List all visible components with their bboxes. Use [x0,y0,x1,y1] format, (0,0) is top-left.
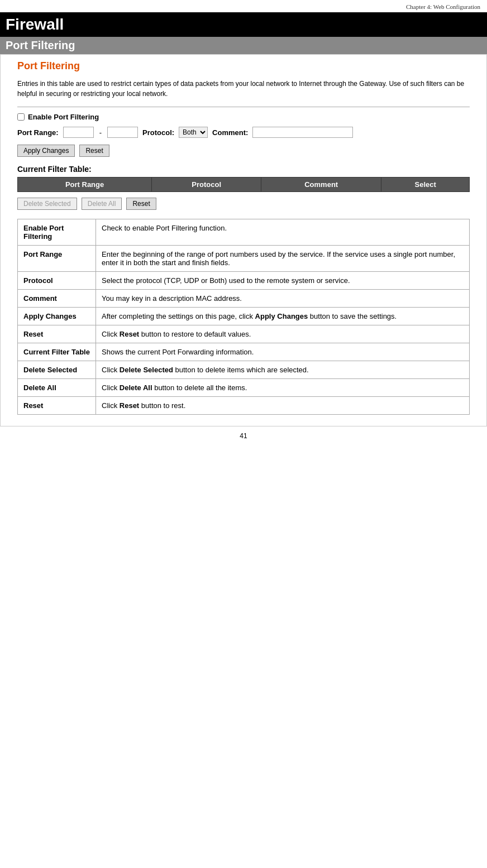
def-port-range: Enter the beginning of the range of port… [96,246,470,272]
col-comment: Comment [261,178,381,192]
divider-1 [17,107,470,107]
term-port-range: Port Range [18,246,96,272]
table-row: Port Range Enter the beginning of the ra… [18,246,470,272]
description-text: Entries in this table are used to restri… [17,79,470,99]
table-row: Reset Click Reset button to restore to d… [18,325,470,343]
dash-separator: - [99,128,102,137]
term-delete-all: Delete All [18,379,96,397]
section-title: Port Filtering [17,60,470,72]
apply-changes-button[interactable]: Apply Changes [17,145,75,157]
table-row: Apply Changes After completing the setti… [18,308,470,325]
filter-table: Port Range Protocol Comment Select [17,177,470,192]
def-comment: You may key in a description MAC address… [96,290,470,308]
comment-label: Comment: [212,128,248,137]
comment-input[interactable] [252,127,353,138]
current-filter-table-label: Current Filter Table: [17,165,470,174]
page-number: 41 [0,426,487,445]
port-range-form-row: Port Range: - Protocol: Both TCP UDP Com… [17,127,470,138]
enable-port-filtering-row: Enable Port Filtering [17,113,470,121]
port-filtering-subtitle: Port Filtering [0,37,487,54]
term-delete-selected: Delete Selected [18,361,96,379]
table-row: Enable Port Filtering Check to enable Po… [18,219,470,246]
table-row: Delete All Click Delete All button to de… [18,379,470,397]
col-protocol: Protocol [152,178,261,192]
chapter-label: Chapter 4: Web Configuration [406,3,480,10]
col-select: Select [381,178,470,192]
table-row: Comment You may key in a description MAC… [18,290,470,308]
col-port-range: Port Range [18,178,152,192]
def-current-filter-table: Shows the current Port Forwarding inform… [96,343,470,361]
port-range-label: Port Range: [17,128,59,137]
def-reset-1: Click Reset button to restore to default… [96,325,470,343]
def-enable-port-filtering: Check to enable Port Filtering function. [96,219,470,246]
enable-port-filtering-checkbox[interactable] [17,113,25,121]
apply-reset-row: Apply Changes Reset [17,145,470,157]
term-apply-changes: Apply Changes [18,308,96,325]
table-row: Reset Click Reset button to rest. [18,397,470,415]
description-table: Enable Port Filtering Check to enable Po… [17,219,470,415]
port-range-end-input[interactable] [107,127,138,138]
def-protocol: Select the protocol (TCP, UDP or Both) u… [96,272,470,290]
term-enable-port-filtering: Enable Port Filtering [18,219,96,246]
enable-port-filtering-label: Enable Port Filtering [28,113,99,121]
reset-button-2[interactable]: Reset [126,198,156,210]
firewall-title: Firewall [0,12,487,37]
table-row: Current Filter Table Shows the current P… [18,343,470,361]
term-reset-2: Reset [18,397,96,415]
def-apply-changes: After completing the settings on this pa… [96,308,470,325]
table-row: Delete Selected Click Delete Selected bu… [18,361,470,379]
def-delete-all: Click Delete All button to delete all th… [96,379,470,397]
def-delete-selected: Click Delete Selected button to delete i… [96,361,470,379]
table-header-row: Port Range Protocol Comment Select [18,178,470,192]
table-row: Protocol Select the protocol (TCP, UDP o… [18,272,470,290]
reset-button-1[interactable]: Reset [79,145,109,157]
term-comment: Comment [18,290,96,308]
delete-btn-row: Delete Selected Delete All Reset [17,198,470,210]
term-reset-1: Reset [18,325,96,343]
def-reset-2: Click Reset button to rest. [96,397,470,415]
protocol-label: Protocol: [142,128,174,137]
term-protocol: Protocol [18,272,96,290]
term-current-filter-table: Current Filter Table [18,343,96,361]
protocol-select[interactable]: Both TCP UDP [179,127,208,138]
delete-selected-button[interactable]: Delete Selected [17,198,77,210]
page-header: Chapter 4: Web Configuration [0,0,487,12]
delete-all-button[interactable]: Delete All [82,198,122,210]
port-range-start-input[interactable] [63,127,94,138]
main-content: Port Filtering Entries in this table are… [0,54,487,426]
